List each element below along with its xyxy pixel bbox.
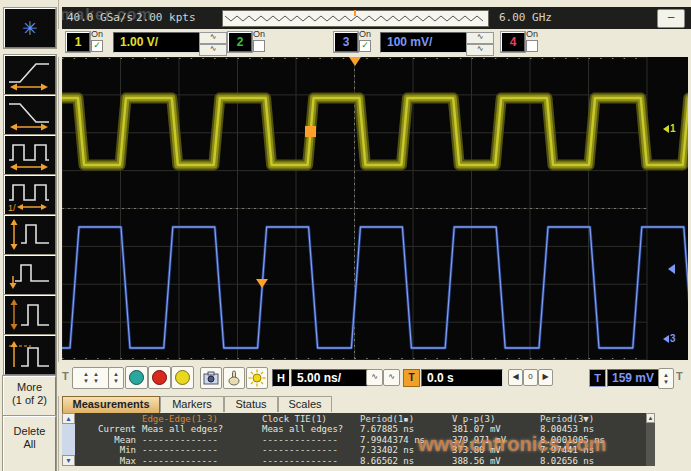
zoom-waveform-button-2[interactable]: ∿ — [383, 369, 400, 386]
trigger-menu-button[interactable]: T — [589, 369, 606, 387]
timebase-field[interactable]: 5.00 ns/ — [291, 369, 368, 387]
channel-3-button[interactable]: 3 — [334, 32, 358, 52]
v-max-icon — [5, 296, 53, 332]
main-area: 40.0 GSa/s 2.00 kpts 6.00 GHz – 1 On ✓ 1… — [58, 0, 691, 471]
cell: -------------- — [262, 445, 360, 455]
waveform-display[interactable]: 1 3 — [62, 57, 688, 360]
cell: 379.971 mV — [452, 435, 540, 445]
scroll-down-icon[interactable]: ▼ — [62, 455, 75, 466]
spin-down-icon[interactable]: ▼ — [113, 378, 119, 385]
trigger-level-marker[interactable] — [668, 264, 675, 274]
horizontal-menu-button[interactable]: H — [272, 369, 290, 387]
waveform-canvas — [62, 57, 688, 360]
vtop-meas-button[interactable] — [4, 335, 56, 375]
channel-2-on-checkbox[interactable] — [253, 40, 265, 52]
measurements-scrollbar-left[interactable]: ▲ ▼ — [62, 413, 75, 466]
yellow-circle-icon — [175, 370, 190, 385]
v-top-icon — [5, 336, 53, 372]
spin-down-icon[interactable]: ▼ — [93, 378, 99, 385]
channel-4-on-label: On — [526, 29, 538, 39]
trigger-level-field[interactable]: 159 mV — [607, 369, 661, 387]
spin-up-icon[interactable]: ▲ — [663, 372, 669, 379]
channel-1-coupling-button-top[interactable]: ∿ — [199, 32, 227, 44]
horizontal-position-field[interactable]: 0.0 s — [421, 369, 503, 387]
channel-1-scale-field[interactable]: 1.00 V/ — [113, 32, 204, 53]
spin-up-icon[interactable]: ▲ — [93, 371, 99, 378]
delete-all-line2: All — [4, 438, 55, 451]
spin-up-icon[interactable]: ▲ — [83, 371, 89, 378]
display-brightness-button[interactable] — [246, 367, 268, 389]
tab-scales[interactable]: Scales — [278, 396, 332, 412]
more-button[interactable]: More (1 of 2) — [3, 376, 56, 418]
pan-zero-button[interactable]: 0 — [523, 369, 538, 386]
channel-3-ground-marker[interactable]: 3 — [663, 333, 676, 344]
v-pp-icon — [5, 216, 53, 252]
scroll-up-icon[interactable]: ▲ — [646, 413, 655, 423]
tab-status[interactable]: Status — [224, 396, 278, 412]
channel-3-on-checkbox[interactable]: ✓ — [359, 40, 371, 52]
vpp-meas-button[interactable] — [4, 215, 56, 255]
delete-all-button[interactable]: Delete All — [3, 416, 56, 471]
cell: -------------- — [142, 435, 262, 445]
channel-3-coupling-button-bottom[interactable]: ∿ — [466, 44, 494, 56]
channel-3-scale-field[interactable]: 100 mV/ — [380, 32, 471, 53]
trigger-position-button[interactable]: T — [403, 369, 420, 387]
vertical-scale-spinner[interactable]: ▲ ▼ — [108, 367, 124, 389]
cell: -------------- — [262, 456, 360, 466]
channel-2-button[interactable]: 2 — [228, 32, 252, 52]
measurements-scrollbar-right[interactable]: ▲ — [646, 413, 655, 466]
marker-teal-button[interactable] — [125, 366, 148, 389]
vmax-meas-button[interactable] — [4, 295, 56, 335]
tab-markers[interactable]: Markers — [160, 396, 224, 412]
trigger-level-spinner[interactable]: ▲ ▼ — [658, 368, 674, 389]
channel-3-marker-label: 3 — [670, 333, 676, 344]
spin-up-icon[interactable]: ▲ — [113, 371, 119, 378]
horizontal-trigger-controls: T ▲▼ ▲▼ ▲ ▼ — [58, 362, 691, 396]
edge-marker-ch1[interactable] — [305, 126, 316, 137]
spin-down-icon[interactable]: ▼ — [663, 379, 669, 386]
screen-capture-button[interactable] — [200, 367, 222, 389]
tab-measurements[interactable]: Measurements — [62, 396, 160, 413]
camera-icon — [203, 371, 219, 385]
fall-time-meas-button[interactable] — [4, 95, 56, 135]
oscilloscope-app: ✳ 1/ — [0, 0, 691, 471]
delete-all-line1: Delete — [4, 425, 55, 438]
channel-2-on-label: On — [253, 29, 265, 39]
cell: 7.33402 ns — [360, 445, 452, 455]
frequency-meas-button[interactable]: 1/ — [4, 175, 56, 215]
edge-marker-ch3[interactable] — [256, 279, 268, 288]
logo-star-icon: ✳ — [22, 17, 38, 40]
spin-down-icon[interactable]: ▼ — [83, 378, 89, 385]
channel-3-on-label: On — [359, 29, 371, 39]
channel-1-ground-marker[interactable]: 1 — [663, 123, 676, 134]
top-status-bar: 40.0 GSa/s 2.00 kpts 6.00 GHz – — [62, 7, 691, 29]
acquisition-preview-bar[interactable] — [222, 10, 489, 27]
vertical-position-spinner[interactable]: ▲▼ ▲▼ — [72, 367, 110, 389]
channel-4-button[interactable]: 4 — [501, 32, 525, 52]
pan-left-button[interactable]: ◀ — [508, 369, 523, 386]
scroll-up-icon[interactable]: ▲ — [62, 413, 75, 424]
channel-3-coupling-button-top[interactable]: ∿ — [466, 32, 494, 44]
channel-controls-row: 1 On ✓ 1.00 V/ ∿ ∿ 2 On 3 On ✓ 100 mV/ ∿… — [58, 29, 691, 57]
channel-3-marker-arrow-icon — [663, 335, 669, 343]
vertical-adjust-label: T — [62, 370, 69, 382]
pan-right-button[interactable]: ▶ — [538, 369, 553, 386]
trigger-time-marker[interactable] — [349, 57, 361, 66]
channel-1-button[interactable]: 1 — [66, 32, 90, 52]
period-meas-button[interactable] — [4, 135, 56, 175]
marker-red-button[interactable] — [148, 366, 171, 389]
col-header-clock-tie: Clock TIE(1) — [262, 414, 360, 424]
channel-1-coupling-button-bottom[interactable]: ∿ — [199, 44, 227, 56]
channel-4-on-checkbox[interactable] — [526, 40, 538, 52]
channel-1-on-checkbox[interactable]: ✓ — [91, 40, 103, 52]
minimize-button[interactable]: – — [657, 9, 685, 28]
app-logo-button[interactable]: ✳ — [4, 8, 56, 48]
preview-trigger-tick — [354, 10, 356, 16]
cell: Meas all edges? — [262, 424, 360, 434]
rise-time-icon — [5, 56, 53, 92]
touch-button[interactable] — [223, 367, 245, 389]
zoom-waveform-button-1[interactable]: ∿ — [366, 369, 383, 386]
vmin-meas-button[interactable] — [4, 255, 56, 295]
rise-time-meas-button[interactable] — [4, 55, 56, 95]
marker-yellow-button[interactable] — [171, 366, 194, 389]
